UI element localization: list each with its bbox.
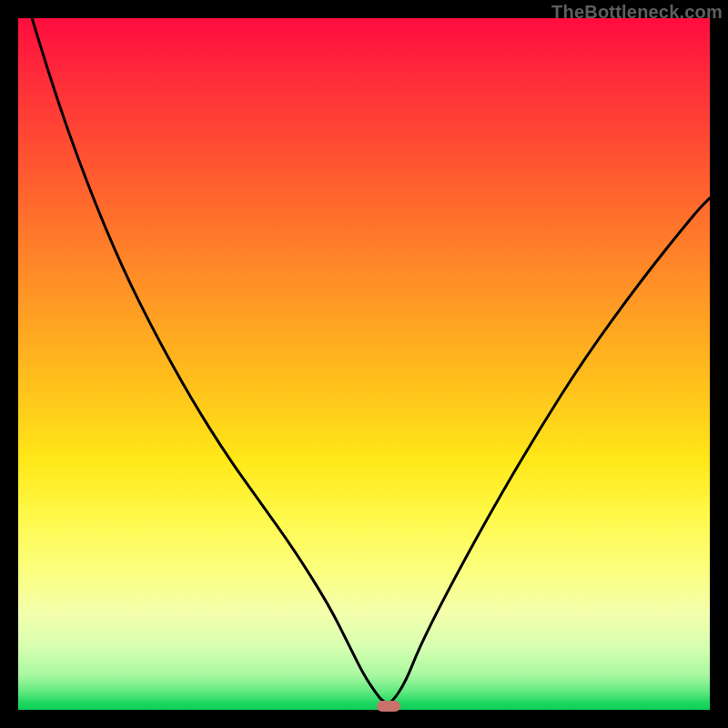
bottleneck-curve	[18, 18, 710, 710]
plot-area	[18, 18, 710, 710]
watermark-text: TheBottleneck.com	[551, 2, 723, 23]
chart-frame: TheBottleneck.com	[0, 0, 728, 728]
optimal-point-marker	[377, 701, 400, 712]
